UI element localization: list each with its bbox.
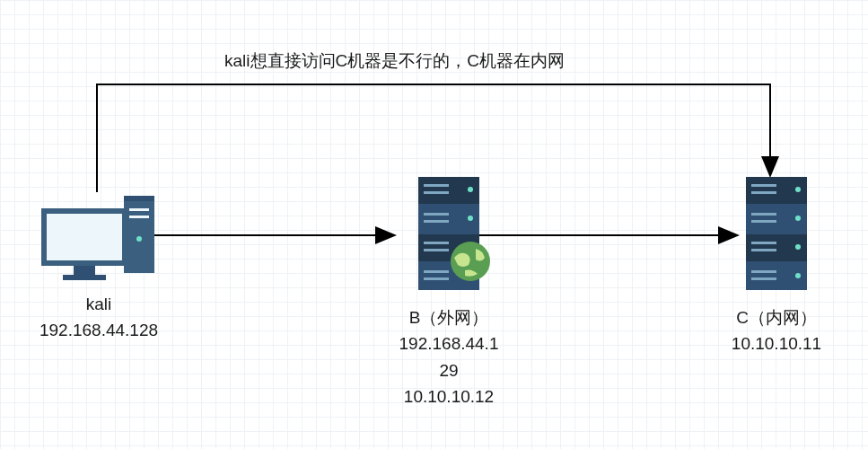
svg-rect-38 bbox=[751, 270, 776, 273]
svg-rect-2 bbox=[129, 208, 149, 211]
svg-rect-7 bbox=[74, 266, 95, 275]
server-globe-icon bbox=[395, 175, 503, 304]
node-c-name: C（内网） bbox=[718, 304, 835, 330]
svg-rect-32 bbox=[751, 184, 776, 187]
svg-rect-20 bbox=[424, 270, 449, 273]
workstation-icon bbox=[38, 189, 160, 291]
svg-rect-33 bbox=[751, 191, 776, 194]
svg-point-43 bbox=[795, 273, 801, 278]
svg-rect-36 bbox=[751, 242, 776, 244]
svg-rect-19 bbox=[424, 249, 449, 251]
svg-point-22 bbox=[468, 187, 473, 192]
svg-rect-6 bbox=[47, 214, 122, 260]
svg-rect-0 bbox=[124, 196, 154, 273]
svg-point-42 bbox=[795, 244, 801, 250]
svg-rect-21 bbox=[424, 277, 449, 280]
svg-rect-18 bbox=[424, 242, 449, 244]
node-b: B（外网） 192.168.44.1 29 10.10.10.12 bbox=[377, 175, 521, 410]
svg-rect-16 bbox=[424, 213, 449, 216]
svg-point-41 bbox=[795, 216, 801, 221]
svg-rect-17 bbox=[424, 220, 449, 223]
svg-rect-35 bbox=[751, 220, 776, 223]
svg-point-40 bbox=[795, 187, 801, 192]
svg-rect-14 bbox=[424, 184, 449, 187]
node-b-ip3: 10.10.10.12 bbox=[377, 383, 521, 409]
node-kali: kali 192.168.44.128 bbox=[36, 189, 162, 344]
svg-rect-1 bbox=[124, 196, 154, 201]
svg-rect-39 bbox=[751, 277, 776, 280]
server-icon bbox=[732, 175, 821, 304]
svg-rect-8 bbox=[63, 275, 106, 280]
node-b-ip1: 192.168.44.1 bbox=[377, 330, 521, 357]
svg-rect-3 bbox=[129, 216, 149, 218]
svg-rect-37 bbox=[751, 249, 776, 251]
node-b-ip2: 29 bbox=[377, 357, 521, 383]
svg-point-4 bbox=[136, 236, 142, 242]
svg-rect-34 bbox=[751, 213, 776, 216]
node-c: C（内网） 10.10.10.11 bbox=[718, 175, 835, 357]
node-kali-name: kali bbox=[36, 291, 162, 317]
svg-rect-15 bbox=[424, 191, 449, 194]
node-kali-ip: 192.168.44.128 bbox=[36, 317, 162, 343]
diagram-caption: kali想直接访问C机器是不行的，C机器在内网 bbox=[224, 49, 565, 73]
node-b-name: B（外网） bbox=[377, 304, 521, 330]
node-c-ip: 10.10.10.11 bbox=[718, 330, 835, 357]
svg-point-23 bbox=[468, 216, 473, 221]
